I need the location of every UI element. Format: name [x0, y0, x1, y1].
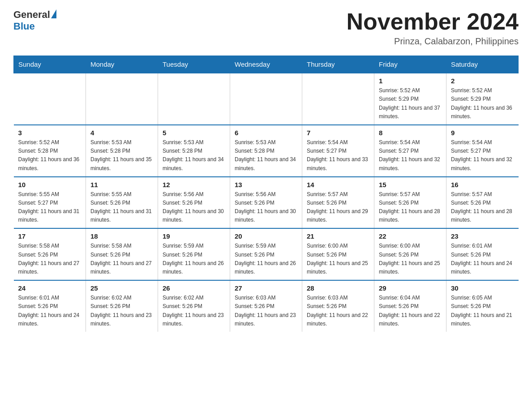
day-number: 18: [90, 232, 153, 240]
day-info: Sunrise: 5:53 AM Sunset: 5:28 PM Dayligh…: [163, 138, 225, 173]
logo-triangle-icon: [51, 9, 56, 18]
calendar-cell: [86, 73, 158, 125]
day-info: Sunrise: 5:55 AM Sunset: 5:27 PM Dayligh…: [18, 190, 82, 225]
day-number: 8: [379, 129, 442, 137]
title-section: November 2024 Prinza, Calabarzon, Philip…: [347, 9, 519, 47]
day-info: Sunrise: 6:00 AM Sunset: 5:26 PM Dayligh…: [379, 242, 442, 276]
day-info: Sunrise: 5:56 AM Sunset: 5:26 PM Dayligh…: [163, 190, 225, 225]
calendar-cell: 8Sunrise: 5:54 AM Sunset: 5:27 PM Daylig…: [374, 125, 446, 177]
calendar-cell: 27Sunrise: 6:03 AM Sunset: 5:26 PM Dayli…: [230, 280, 302, 332]
calendar-week-4: 17Sunrise: 5:58 AM Sunset: 5:26 PM Dayli…: [14, 228, 519, 280]
calendar-cell: 16Sunrise: 5:57 AM Sunset: 5:26 PM Dayli…: [446, 177, 519, 229]
day-number: 22: [379, 232, 442, 240]
day-info: Sunrise: 5:58 AM Sunset: 5:26 PM Dayligh…: [18, 242, 82, 276]
day-number: 9: [451, 129, 514, 137]
calendar-week-5: 24Sunrise: 6:01 AM Sunset: 5:26 PM Dayli…: [14, 280, 519, 332]
day-number: 14: [307, 181, 369, 188]
header-day-thursday: Thursday: [302, 56, 374, 73]
calendar-cell: 4Sunrise: 5:53 AM Sunset: 5:28 PM Daylig…: [86, 125, 158, 177]
header-day-friday: Friday: [374, 56, 446, 73]
calendar-week-3: 10Sunrise: 5:55 AM Sunset: 5:27 PM Dayli…: [14, 177, 519, 229]
calendar-cell: 1Sunrise: 5:52 AM Sunset: 5:29 PM Daylig…: [374, 73, 446, 125]
day-info: Sunrise: 5:52 AM Sunset: 5:29 PM Dayligh…: [379, 86, 442, 121]
day-number: 10: [18, 181, 82, 188]
day-number: 2: [451, 77, 514, 85]
header-day-monday: Monday: [86, 56, 158, 73]
day-info: Sunrise: 5:53 AM Sunset: 5:28 PM Dayligh…: [90, 138, 153, 173]
calendar-cell: 9Sunrise: 5:54 AM Sunset: 5:27 PM Daylig…: [446, 125, 519, 177]
day-number: 13: [235, 181, 297, 188]
day-number: 26: [163, 284, 225, 292]
calendar-cell: 22Sunrise: 6:00 AM Sunset: 5:26 PM Dayli…: [374, 228, 446, 280]
day-number: 25: [90, 284, 153, 292]
calendar-cell: 28Sunrise: 6:03 AM Sunset: 5:26 PM Dayli…: [302, 280, 374, 332]
day-number: 23: [451, 232, 514, 240]
day-number: 29: [379, 284, 442, 292]
calendar-cell: 7Sunrise: 5:54 AM Sunset: 5:27 PM Daylig…: [302, 125, 374, 177]
calendar-cell: 2Sunrise: 5:52 AM Sunset: 5:29 PM Daylig…: [446, 73, 519, 125]
calendar-cell: 24Sunrise: 6:01 AM Sunset: 5:26 PM Dayli…: [14, 280, 86, 332]
calendar-body: 1Sunrise: 5:52 AM Sunset: 5:29 PM Daylig…: [14, 73, 519, 332]
calendar-cell: 11Sunrise: 5:55 AM Sunset: 5:26 PM Dayli…: [86, 177, 158, 229]
day-info: Sunrise: 5:54 AM Sunset: 5:27 PM Dayligh…: [307, 138, 369, 173]
calendar-cell: [230, 73, 302, 125]
calendar-table: SundayMondayTuesdayWednesdayThursdayFrid…: [13, 56, 519, 332]
day-number: 4: [90, 129, 153, 137]
header-row: SundayMondayTuesdayWednesdayThursdayFrid…: [14, 56, 519, 73]
day-number: 11: [90, 181, 153, 188]
day-info: Sunrise: 5:56 AM Sunset: 5:26 PM Dayligh…: [235, 190, 297, 225]
logo: General Blue: [13, 9, 56, 32]
calendar-cell: 21Sunrise: 6:00 AM Sunset: 5:26 PM Dayli…: [302, 228, 374, 280]
logo-general-text: General: [13, 9, 50, 21]
calendar-cell: [302, 73, 374, 125]
day-number: 21: [307, 232, 369, 240]
day-number: 30: [451, 284, 514, 292]
day-info: Sunrise: 6:05 AM Sunset: 5:26 PM Dayligh…: [451, 294, 514, 328]
calendar-cell: 18Sunrise: 5:58 AM Sunset: 5:26 PM Dayli…: [86, 228, 158, 280]
day-number: 5: [163, 129, 225, 137]
calendar-cell: 26Sunrise: 6:02 AM Sunset: 5:26 PM Dayli…: [158, 280, 230, 332]
calendar-cell: 14Sunrise: 5:57 AM Sunset: 5:26 PM Dayli…: [302, 177, 374, 229]
day-info: Sunrise: 5:54 AM Sunset: 5:27 PM Dayligh…: [451, 138, 514, 173]
day-number: 20: [235, 232, 297, 240]
day-info: Sunrise: 5:57 AM Sunset: 5:26 PM Dayligh…: [379, 190, 442, 225]
day-info: Sunrise: 5:52 AM Sunset: 5:28 PM Dayligh…: [18, 138, 82, 173]
calendar-cell: 30Sunrise: 6:05 AM Sunset: 5:26 PM Dayli…: [446, 280, 519, 332]
header-day-sunday: Sunday: [14, 56, 86, 73]
day-number: 24: [18, 284, 82, 292]
calendar-cell: 10Sunrise: 5:55 AM Sunset: 5:27 PM Dayli…: [14, 177, 86, 229]
day-info: Sunrise: 5:54 AM Sunset: 5:27 PM Dayligh…: [379, 138, 442, 173]
day-info: Sunrise: 6:03 AM Sunset: 5:26 PM Dayligh…: [307, 294, 369, 328]
calendar-cell: 19Sunrise: 5:59 AM Sunset: 5:26 PM Dayli…: [158, 228, 230, 280]
calendar-cell: 13Sunrise: 5:56 AM Sunset: 5:26 PM Dayli…: [230, 177, 302, 229]
day-info: Sunrise: 5:52 AM Sunset: 5:29 PM Dayligh…: [451, 86, 514, 121]
day-info: Sunrise: 6:01 AM Sunset: 5:26 PM Dayligh…: [18, 294, 82, 328]
day-number: 15: [379, 181, 442, 188]
page-header: General Blue November 2024 Prinza, Calab…: [13, 9, 519, 47]
day-number: 17: [18, 232, 82, 240]
day-info: Sunrise: 5:53 AM Sunset: 5:28 PM Dayligh…: [235, 138, 297, 173]
header-day-wednesday: Wednesday: [230, 56, 302, 73]
day-number: 7: [307, 129, 369, 137]
logo-blue-text: Blue: [13, 21, 35, 32]
calendar-cell: 5Sunrise: 5:53 AM Sunset: 5:28 PM Daylig…: [158, 125, 230, 177]
day-info: Sunrise: 5:58 AM Sunset: 5:26 PM Dayligh…: [90, 242, 153, 276]
day-info: Sunrise: 5:57 AM Sunset: 5:26 PM Dayligh…: [451, 190, 514, 225]
calendar-cell: 20Sunrise: 5:59 AM Sunset: 5:26 PM Dayli…: [230, 228, 302, 280]
day-number: 28: [307, 284, 369, 292]
calendar-cell: 23Sunrise: 6:01 AM Sunset: 5:26 PM Dayli…: [446, 228, 519, 280]
day-info: Sunrise: 6:02 AM Sunset: 5:26 PM Dayligh…: [90, 294, 153, 328]
day-info: Sunrise: 5:59 AM Sunset: 5:26 PM Dayligh…: [163, 242, 225, 276]
calendar-week-2: 3Sunrise: 5:52 AM Sunset: 5:28 PM Daylig…: [14, 125, 519, 177]
calendar-cell: 3Sunrise: 5:52 AM Sunset: 5:28 PM Daylig…: [14, 125, 86, 177]
day-number: 3: [18, 129, 82, 137]
calendar-cell: 15Sunrise: 5:57 AM Sunset: 5:26 PM Dayli…: [374, 177, 446, 229]
calendar-week-1: 1Sunrise: 5:52 AM Sunset: 5:29 PM Daylig…: [14, 73, 519, 125]
header-day-saturday: Saturday: [446, 56, 519, 73]
calendar-cell: 12Sunrise: 5:56 AM Sunset: 5:26 PM Dayli…: [158, 177, 230, 229]
location-text: Prinza, Calabarzon, Philippines: [347, 36, 519, 47]
day-info: Sunrise: 5:57 AM Sunset: 5:26 PM Dayligh…: [307, 190, 369, 225]
day-info: Sunrise: 6:02 AM Sunset: 5:26 PM Dayligh…: [163, 294, 225, 328]
day-info: Sunrise: 6:04 AM Sunset: 5:26 PM Dayligh…: [379, 294, 442, 328]
day-number: 1: [379, 77, 442, 85]
